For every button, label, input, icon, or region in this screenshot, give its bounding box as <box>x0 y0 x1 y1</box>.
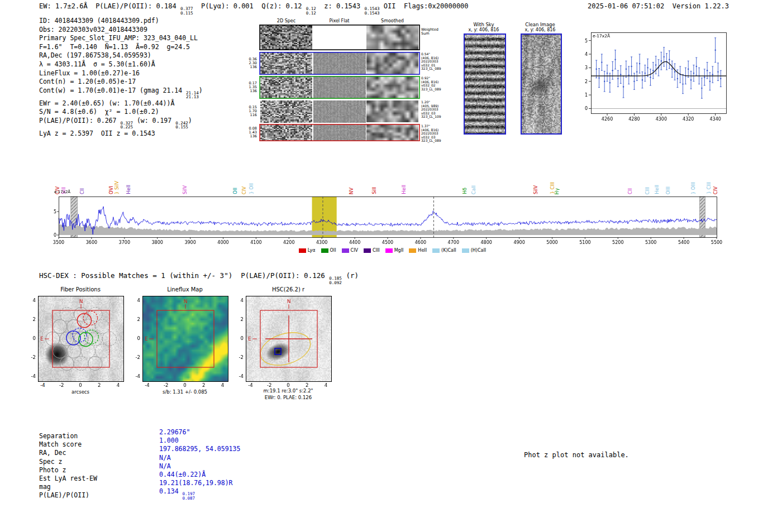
spec2d-canvas <box>259 25 420 143</box>
tick-label-y-hsc: 0 <box>232 336 244 341</box>
spec2d-col-title-smoothed: Smoothed <box>366 18 418 23</box>
tick-label-x-fiber: 0 <box>75 382 85 388</box>
hsc-cutout-title: HSC(26.2) r <box>246 286 331 293</box>
legend-item: CIV <box>342 248 358 253</box>
report-header-line: EW: 1.7±2.6Å P(LAE)/P(OII): 0.184 0.3770… <box>39 2 469 15</box>
spec2d-row-left-label: 0.17 1.35 136 <box>249 82 257 94</box>
tick-label-x-hsc: 4 <box>321 382 331 388</box>
with-sky-canvas <box>464 33 506 135</box>
match-row-label: Photo z <box>39 466 66 474</box>
tick-label-x-lineflux: 4 <box>218 382 228 388</box>
stacked-uncertainty: 21.1421.13 <box>186 91 199 99</box>
match-row-value: 1.000 <box>159 437 179 444</box>
stacked-uncertainty: 0.3270.225 <box>120 121 133 130</box>
match-row-label: mag <box>39 483 51 491</box>
legend-item: MgII <box>385 248 404 253</box>
spec2d-row-left-label: 0.15 1.70 116 <box>249 106 257 118</box>
tick-label-y-lineflux: -2 <box>129 354 140 360</box>
spec2d-row-right-label: 0.54" (406, 816) 20220303 v032_01 323_LL… <box>421 52 441 71</box>
stacked-uncertainty: 0.120.12 <box>306 7 316 15</box>
match-row-label: RA, Dec <box>39 449 66 457</box>
tick-label-y-lineflux: 4 <box>129 298 140 303</box>
info-line: Primary Spec_Slot_IFU_AMP: 323_043_040_L… <box>39 34 203 43</box>
legend-swatch <box>299 248 306 253</box>
match-table: Separation2.29676"Match score1.000RA, De… <box>39 428 330 506</box>
elixer-report-page: EW: 1.7±2.6Å P(LAE)/P(OII): 0.184 0.3770… <box>0 0 782 532</box>
fiber-positions-title: Fiber Positions <box>38 286 123 293</box>
legend-label: OII <box>330 248 336 253</box>
info-line: λ = 4303.11Å σ = 5.30(±1.60)Å <box>39 60 203 69</box>
match-row-label: Est LyA rest-EW <box>39 475 97 482</box>
match-row-value: N/A <box>159 454 171 462</box>
spec2d-row-left-label: 0.08 1.43 136 <box>249 127 257 139</box>
legend-item: Lyα <box>299 248 316 253</box>
stacked-uncertainty: 0.1850.092 <box>329 276 342 285</box>
legend-item: CIII <box>364 248 380 253</box>
spec2d-col-title-2dspec: 2D Spec <box>260 18 312 23</box>
info-line: EWr = 2.40(±0.65) (w: 1.70(±0.44))Å <box>39 99 203 108</box>
spec2d-row-right-label: Weighted Sum <box>421 28 438 35</box>
tick-label-y-fiber: 4 <box>25 298 36 303</box>
legend-swatch <box>462 248 469 253</box>
legend-label: (H)CaII <box>471 248 486 253</box>
clean-image-canvas <box>521 33 562 135</box>
spec2d-row-right-label: 0.92" (406, 816) v032_02 323_LL_089 <box>421 76 441 91</box>
tick-label-y-lineflux: 0 <box>129 336 140 341</box>
legend-label: CIV <box>351 248 358 253</box>
tick-label-x-fiber: 2 <box>94 382 104 388</box>
tick-label-y-hsc: 4 <box>232 298 244 303</box>
match-row-value: 0.134 0.1970.087 <box>159 487 195 500</box>
match-row-label: P(LAE)/P(OII) <box>39 491 89 499</box>
legend-swatch <box>364 248 371 253</box>
info-line: LyA z = 2.5397 OII z = 0.1543 <box>39 130 203 138</box>
legend-label: HeII <box>418 248 427 253</box>
tick-label-y-lineflux: 2 <box>129 317 140 322</box>
tick-label-x-hsc: 0 <box>283 382 293 388</box>
photz-note: Phot z plot not available. <box>524 451 629 459</box>
axis-label-arcsecs: arcsecs <box>38 389 123 395</box>
hsc-caption-2: EWr: 0. PLAE: 0.126 <box>246 395 331 400</box>
legend-label: (K)CaII <box>441 248 456 253</box>
tick-label-x-hsc: -4 <box>245 382 255 388</box>
tick-label-x-lineflux: 0 <box>180 382 190 388</box>
tick-label-x-lineflux: -4 <box>142 382 152 388</box>
info-line: F=1.6" T=0.140 N̄=1.13 Ā=0.92 g=24.5 <box>39 43 203 52</box>
match-row-value: 0.44(±0.22)Å <box>159 471 206 478</box>
lineflux-map-plot <box>142 296 228 382</box>
spec2d-row-right-label: 1.37" (406, 816) 20220303 v032_03 323_LL… <box>421 124 441 143</box>
match-row-value: 2.29676" <box>159 428 190 436</box>
legend-swatch <box>385 248 393 253</box>
tick-label-y-fiber: 0 <box>25 336 36 341</box>
tick-label-x-hsc: -2 <box>264 382 274 388</box>
tick-label-y-hsc: -2 <box>232 354 244 360</box>
lineflux-caption: s/b: 1.31 +/- 0.085 <box>142 389 227 395</box>
spec2d-row-right-label: 1.20" (405, 989) 20220303 v032_03 323_LL… <box>421 100 441 119</box>
legend-swatch <box>432 248 440 253</box>
tick-label-y-hsc: -4 <box>232 373 244 379</box>
match-row-value: N/A <box>159 462 171 470</box>
stacked-uncertainty: 0.2420.155 <box>175 121 188 130</box>
legend-item: (K)CaII <box>432 248 456 253</box>
info-line: LineFlux = 1.00(±0.27)e-16 <box>39 69 203 78</box>
with-sky-title: With Sky <box>461 22 506 27</box>
info-line: Obs: 20220303v032_4018443309 <box>39 26 203 35</box>
spec2d-col-title-pixelflat: Pixel Flat <box>313 18 365 23</box>
info-block: ID: 4018443309 (4018443309.pdf)Obs: 2022… <box>39 17 203 138</box>
hsc-caption-1: m:19.1 re:3.0" s:2.2" <box>246 388 331 394</box>
tick-label-x-fiber: -2 <box>56 382 66 388</box>
stacked-uncertainty: 0.15430.1543 <box>365 7 380 15</box>
clean-image-coords: x, y: 406, 816 <box>517 27 563 32</box>
tick-label-y-fiber: -2 <box>25 354 36 360</box>
tick-label-x-fiber: -4 <box>37 382 47 388</box>
tick-label-y-lineflux: -4 <box>129 373 140 379</box>
tick-label-y-fiber: 2 <box>25 317 36 322</box>
fiber-positions-plot <box>38 296 124 382</box>
info-line: P(LAE)/P(OII): 0.267 0.3270.225 (w: 0.19… <box>39 117 203 130</box>
legend-swatch <box>409 248 416 253</box>
info-line: RA,Dec (197.867538,54.059593) <box>39 51 203 60</box>
hsc-dex-line: HSC-DEX : Possible Matches = 1 (within +… <box>39 271 359 285</box>
match-row-value: 19.21(18.76,19.98)R <box>159 479 233 487</box>
info-line: S/N = 4.8(±0.6) χ² = 1.0(±0.2) <box>39 108 203 117</box>
spectrum-legend: LyαOIICIVCIIIMgIIHeII(K)CaII(H)CaII <box>53 248 732 253</box>
legend-item: OII <box>321 248 336 253</box>
